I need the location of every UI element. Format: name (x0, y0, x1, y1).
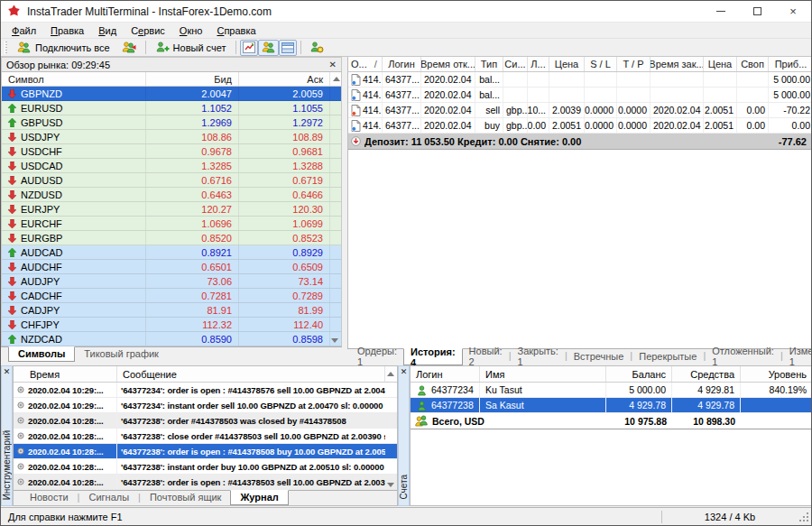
market-row-CHFJPY[interactable]: CHFJPY112.32112.40 (2, 318, 341, 332)
history-col-6[interactable]: Л... (528, 57, 549, 71)
market-row-CADJPY[interactable]: CADJPY81.9181.99 (2, 303, 341, 318)
market-row-USDCAD[interactable]: USDCAD1.32851.3288 (2, 159, 341, 173)
toolbox-tab-1[interactable]: Новости (21, 491, 78, 504)
account-settings-button[interactable] (305, 40, 329, 56)
history-col-4[interactable]: Тип (475, 57, 503, 71)
maximize-button[interactable] (739, 1, 775, 22)
account-row-64377234[interactable]: 64377234Ku Tasut5 000.004 929.81840.19% (411, 383, 812, 398)
journal-row-3[interactable]: 2020.02.04 10:28:...'64377238': order #4… (14, 413, 397, 429)
history-col-9[interactable]: T / P (617, 57, 651, 71)
menu-item-Окно[interactable]: Окно (172, 24, 210, 37)
orders-tab-1[interactable]: Ордеры: 1 (351, 349, 403, 363)
disconnect-all-button[interactable] (115, 40, 142, 56)
market-row-EURJPY[interactable]: EURJPY120.27120.30 (2, 202, 341, 217)
minimize-button[interactable] (703, 1, 739, 22)
accounts-close-icon[interactable]: ✕ (401, 367, 408, 376)
menu-item-Файл[interactable]: Файл (5, 24, 43, 37)
market-row-GBPNZD[interactable]: GBPNZD2.00472.0059 (2, 87, 341, 101)
journal-row-7[interactable]: 2020.02.04 10:28:...'64377238': order is… (14, 475, 397, 490)
mw-col-ask[interactable]: Аск (239, 72, 330, 86)
cell-text: 414... (363, 105, 383, 115)
history-col-3[interactable]: Время отк... (421, 57, 475, 71)
journal-row-2[interactable]: 2020.02.04 10:29:...'64377234': instant … (14, 398, 397, 413)
history-row-3[interactable]: 414...64377...2020.02.04 ...sellgbp...10… (348, 103, 812, 118)
close-button[interactable]: × (775, 1, 811, 22)
market-watch-tab-2[interactable]: Тиковый график (75, 347, 168, 361)
mw-col-symbol[interactable]: Символ (2, 72, 146, 86)
history-col-10[interactable]: Время зак... (651, 57, 704, 71)
market-row-AUDCAD[interactable]: AUDCAD0.89210.8929 (2, 245, 341, 260)
history-col-13[interactable]: Приб... (769, 57, 812, 71)
market-row-NZDUSD[interactable]: NZDUSD0.64630.6466 (2, 188, 341, 202)
mw-scroll-up-icon[interactable] (333, 77, 340, 81)
orders-tab-2[interactable]: История: 4 (403, 348, 463, 365)
market-row-AUDUSD[interactable]: AUDUSD0.67160.6719 (2, 173, 341, 188)
journal-scroll-down-icon[interactable] (387, 483, 394, 487)
account-row-64377238[interactable]: 64377238Sa Kasut4 929.784 929.78 (411, 398, 812, 413)
history-cell: -70.22 (769, 103, 812, 117)
market-row-EURUSD[interactable]: EURUSD1.10521.1055 (2, 101, 341, 115)
down-arrow-icon (8, 219, 16, 228)
mw-scroll-down-icon[interactable] (331, 338, 338, 343)
toggle-toolbox-button[interactable] (279, 40, 297, 56)
bid-cell: 2.0047 (146, 87, 239, 100)
connect-all-icon (16, 42, 32, 53)
market-watch-close-icon[interactable]: ✕ (329, 60, 337, 69)
menu-item-Сервис[interactable]: Сервис (124, 24, 172, 37)
history-column-header: О.../ЛогинВремя отк...ТипСи...Л...ЦенаS … (348, 57, 812, 72)
history-row-4[interactable]: 414...64377...2020.02.04 ...buygbp...0.0… (348, 118, 812, 134)
menu-item-Справка[interactable]: Справка (209, 24, 263, 37)
orders-tab-3[interactable]: Новый: 2 (463, 349, 509, 363)
history-col-11[interactable]: Цена (704, 57, 737, 71)
market-row-USDCHF[interactable]: USDCHF0.96780.9681 (2, 144, 341, 159)
journal-row-6[interactable]: 2020.02.04 10:28:...'64377238': instant … (14, 459, 397, 475)
history-col-7[interactable]: Цена (549, 57, 585, 71)
history-col-8[interactable]: S / L (585, 57, 617, 71)
toolbox-tab-4[interactable]: Журнал (230, 490, 288, 505)
market-watch-tab-1[interactable]: Символы (8, 346, 75, 362)
disconnect-all-icon (121, 42, 136, 53)
history-col-12[interactable]: Своп (737, 57, 769, 71)
orders-tab-8[interactable]: Изменить: 1 (783, 349, 812, 363)
toolbar-grip[interactable] (5, 42, 7, 54)
journal-time-cell: 2020.02.04 10:28:... (14, 475, 117, 489)
journal-row-4[interactable]: 2020.02.04 10:28:...'64377238': close or… (14, 429, 397, 444)
market-row-NZDCAD[interactable]: NZDCAD0.85900.8598 (2, 332, 341, 346)
market-row-GBPUSD[interactable]: GBPUSD1.29691.2972 (2, 115, 341, 130)
connect-all-button[interactable]: Подключить все (11, 40, 115, 56)
orders-tab-7[interactable]: Отложенный: 1 (706, 349, 780, 363)
history-col-2[interactable]: Логин (383, 57, 421, 71)
history-row-2[interactable]: 414...64377...2020.02.04 ...bal...5 000.… (348, 88, 812, 103)
new-account-button[interactable]: Новый счет (150, 40, 232, 56)
history-col-1[interactable]: О.../ (348, 57, 383, 71)
account-settings-icon (310, 42, 324, 53)
journal-scroll-up-icon[interactable] (387, 372, 394, 376)
maximize-icon (753, 7, 761, 15)
orders-tab-5[interactable]: Встречные (567, 349, 631, 363)
history-row-1[interactable]: 414...64377...2020.02.04 ...bal...5 000.… (348, 72, 812, 88)
market-row-EURCHF[interactable]: EURCHF1.06961.0699 (2, 217, 341, 231)
menu-item-Правка[interactable]: Правка (43, 24, 91, 37)
mw-col-bid[interactable]: Бид (146, 72, 239, 86)
resize-grip[interactable] (798, 511, 810, 523)
toolbox-tab-3[interactable]: Почтовый ящик (141, 491, 230, 504)
market-row-AUDJPY[interactable]: AUDJPY73.0673.14 (2, 274, 341, 289)
symbol-cell: EURUSD (2, 101, 146, 115)
market-row-AUDCHF[interactable]: AUDCHF0.65010.6509 (2, 260, 341, 274)
toggle-market-watch-button[interactable] (240, 40, 258, 56)
market-row-EURGBP[interactable]: EURGBP0.85200.8523 (2, 231, 341, 245)
market-row-USDJPY[interactable]: USDJPY108.86108.89 (2, 130, 341, 144)
history-cell: 2.0051 (704, 103, 737, 117)
orders-tab-4[interactable]: Закрыть: 1 (511, 349, 564, 363)
toolbox-tab-2[interactable]: Сигналы (79, 491, 138, 504)
journal-row-5[interactable]: 2020.02.04 10:28:...'64377238': order is… (14, 444, 397, 459)
toggle-accounts-button[interactable] (258, 40, 279, 56)
toolbox-close-icon[interactable]: ✕ (4, 367, 11, 376)
row-scroll-gutter (330, 130, 343, 143)
deposit-icon (351, 136, 361, 146)
menu-item-Вид[interactable]: Вид (91, 24, 124, 37)
journal-row-1[interactable]: 2020.02.04 10:29:...'64377234': order is… (14, 383, 397, 398)
orders-tab-6[interactable]: Перекрытые (632, 349, 703, 363)
market-row-CADCHF[interactable]: CADCHF0.72810.7289 (2, 289, 341, 303)
history-col-5[interactable]: Си... (503, 57, 528, 71)
